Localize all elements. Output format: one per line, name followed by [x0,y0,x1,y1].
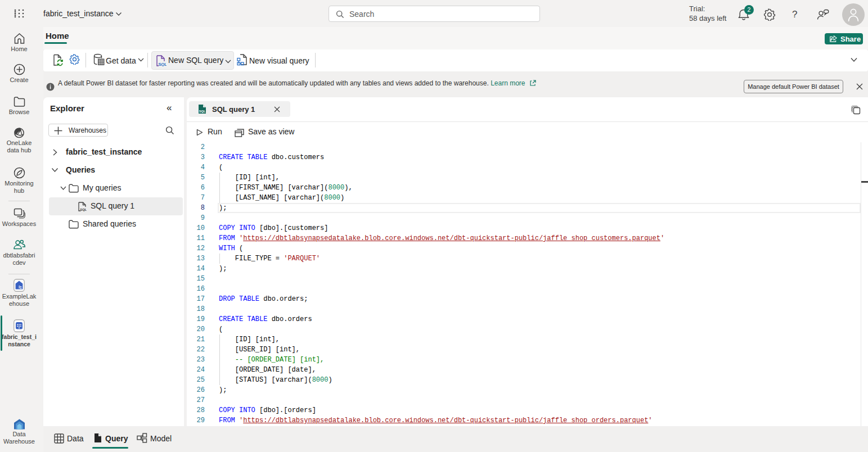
svg-text:SQL: SQL [159,62,167,66]
svg-text:SQL: SQL [199,110,206,113]
svg-text:SQL: SQL [80,208,87,211]
